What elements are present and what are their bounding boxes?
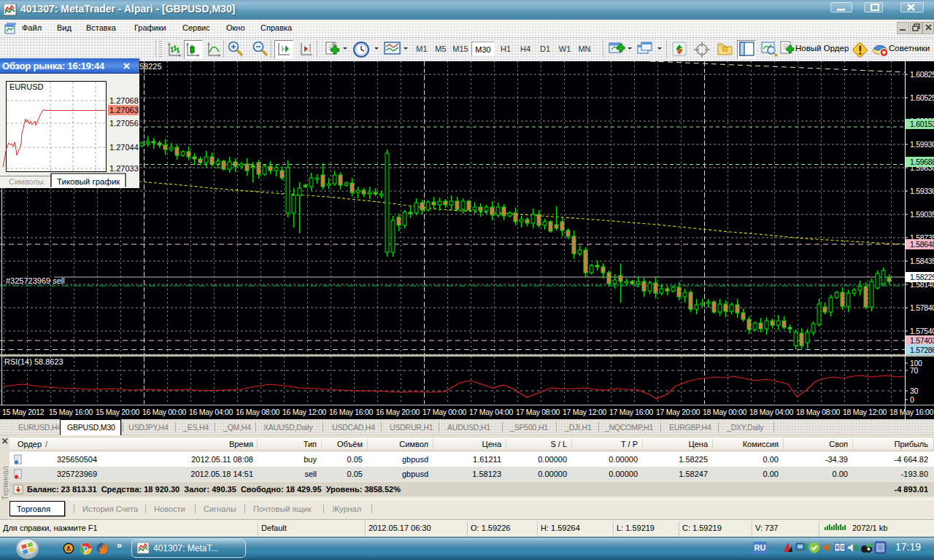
svg-text:1.27033: 1.27033 (109, 164, 139, 173)
svg-text:16 May 12:00: 16 May 12:00 (282, 408, 326, 416)
svg-text:15 May 16:00: 15 May 16:00 (49, 408, 93, 416)
svg-text:1.60153: 1.60153 (910, 120, 934, 128)
svg-text:1.27056: 1.27056 (109, 119, 139, 128)
svg-text:1.60525: 1.60525 (910, 93, 934, 102)
svg-text:0: 0 (910, 395, 914, 404)
svg-text:#325723969 sell: #325723969 sell (6, 276, 65, 285)
svg-text:18 May 08:00: 18 May 08:00 (796, 408, 840, 416)
svg-text:1.57840: 1.57840 (910, 303, 934, 312)
svg-text:15 May 20:00: 15 May 20:00 (96, 408, 139, 416)
svg-text:18 May 16:00: 18 May 16:00 (889, 408, 933, 416)
svg-text:E: E (836, 545, 840, 550)
svg-text:17 May 16:00: 17 May 16:00 (609, 408, 653, 416)
svg-text:1.57540: 1.57540 (910, 327, 934, 335)
svg-text:Тиковый график: Тиковый график (57, 177, 120, 186)
svg-text:1.58225: 1.58225 (910, 273, 934, 281)
svg-text:15 May 2012: 15 May 2012 (2, 408, 45, 416)
svg-text:RSI(14) 58.8623: RSI(14) 58.8623 (4, 357, 63, 366)
svg-text:17 May 00:00: 17 May 00:00 (422, 408, 466, 416)
svg-text:18 May 04:00: 18 May 04:00 (749, 408, 793, 416)
svg-text:1.58435: 1.58435 (910, 257, 934, 265)
svg-text:30: 30 (910, 386, 919, 395)
svg-text:EURUSD: EURUSD (9, 82, 44, 91)
svg-text:1.57403: 1.57403 (910, 336, 934, 345)
svg-text:D: D (841, 545, 845, 550)
svg-text:1.27068: 1.27068 (109, 96, 139, 105)
svg-text:1.59688: 1.59688 (910, 158, 934, 166)
svg-text:1.27063: 1.27063 (109, 106, 139, 114)
svg-text:1.60825: 1.60825 (910, 70, 934, 79)
svg-text:1.59930: 1.59930 (910, 140, 934, 149)
svg-text:58225: 58225 (139, 62, 162, 71)
svg-text:17 May 04:00: 17 May 04:00 (469, 408, 513, 416)
svg-text:1.27044: 1.27044 (109, 143, 139, 152)
svg-text:16 May 16:00: 16 May 16:00 (329, 408, 373, 416)
svg-text:17 May 20:00: 17 May 20:00 (656, 408, 700, 416)
svg-text:1.58648: 1.58648 (910, 240, 934, 249)
svg-text:18 May 12:00: 18 May 12:00 (843, 408, 887, 416)
svg-text:Символы: Символы (9, 177, 44, 186)
svg-text:70: 70 (910, 366, 919, 375)
svg-text:16 May 04:00: 16 May 04:00 (189, 408, 233, 416)
svg-text:17 May 12:00: 17 May 12:00 (563, 408, 606, 416)
svg-text:17 May 08:00: 17 May 08:00 (516, 408, 560, 416)
svg-text:18 May 00:00: 18 May 00:00 (703, 408, 746, 416)
svg-text:16 May 00:00: 16 May 00:00 (142, 408, 186, 416)
svg-text:1.57286: 1.57286 (910, 346, 934, 354)
svg-text:1.59035: 1.59035 (910, 210, 934, 219)
svg-text:1.59330: 1.59330 (910, 187, 934, 195)
svg-text:16 May 20:00: 16 May 20:00 (376, 408, 420, 416)
svg-text:16 May 08:00: 16 May 08:00 (236, 408, 279, 416)
